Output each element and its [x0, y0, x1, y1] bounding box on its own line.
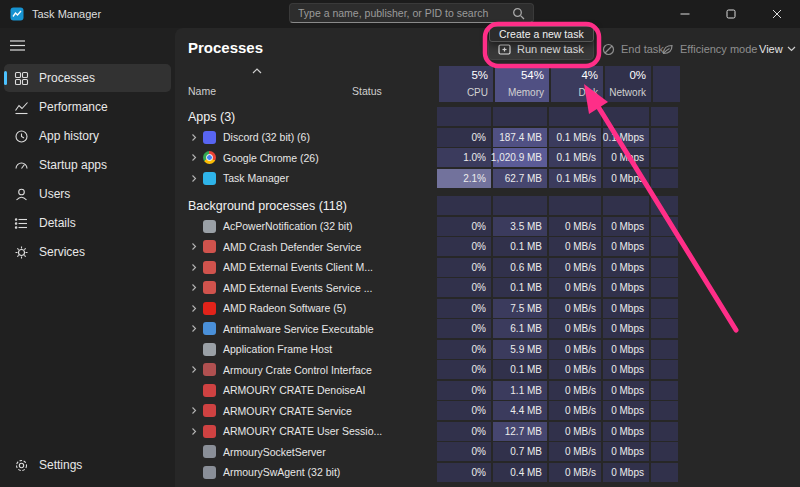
- app-icon: [203, 466, 216, 479]
- disk-cell: 0 MB/s: [549, 217, 601, 236]
- memory-cell: 1.1 MB: [493, 381, 547, 400]
- expand-chevron-icon[interactable]: [190, 365, 203, 374]
- process-row[interactable]: AMD External Events Service ...0%0.1 MB0…: [180, 278, 678, 297]
- column-header-cpu[interactable]: 5%CPU: [439, 66, 493, 102]
- app-history-icon: [14, 129, 29, 144]
- sidebar-item-processes[interactable]: Processes: [4, 64, 171, 92]
- end-task-icon: [602, 43, 615, 56]
- column-summary: 5%: [471, 69, 488, 81]
- expand-chevron-icon[interactable]: [190, 174, 203, 183]
- efficiency-mode-button[interactable]: Efficiency mode: [661, 38, 757, 60]
- window-controls: [662, 0, 800, 28]
- disk-cell: 0 MB/s: [549, 463, 601, 482]
- sidebar-item-settings[interactable]: Settings: [4, 451, 171, 479]
- expand-chevron-icon[interactable]: [190, 427, 203, 436]
- column-header-name[interactable]: Name: [188, 85, 216, 97]
- column-label: Disk: [579, 87, 598, 98]
- process-name: ARMOURY CRATE DenoiseAI: [223, 384, 365, 396]
- column-header-network[interactable]: 0%Network: [605, 66, 651, 102]
- status-cell: [352, 463, 435, 482]
- process-row[interactable]: Google Chrome (26)1.0%1,020.9 MB0.1 MB/s…: [180, 148, 678, 167]
- name-cell: Armoury Crate Control Interface: [180, 360, 352, 379]
- process-row[interactable]: Task Manager2.1%62.7 MB0.1 MB/s0 Mbps: [180, 169, 678, 188]
- close-button[interactable]: [754, 0, 800, 28]
- expand-chevron-icon[interactable]: [190, 263, 203, 272]
- name-cell: ARMOURY CRATE User Sessio...: [180, 422, 352, 441]
- end-task-label: End task: [621, 43, 664, 55]
- sidebar: ProcessesPerformanceApp historyStartup a…: [0, 28, 175, 487]
- expand-chevron-icon[interactable]: [190, 133, 203, 142]
- view-dropdown-button[interactable]: View: [759, 38, 796, 60]
- status-cell: [352, 258, 435, 277]
- maximize-button[interactable]: [708, 0, 754, 28]
- disk-cell: 0 MB/s: [549, 360, 601, 379]
- process-row[interactable]: ArmourySwAgent (32 bit)0%0.4 MB0 MB/s0 M…: [180, 463, 678, 482]
- group-header: Background processes (118): [180, 196, 678, 215]
- column-header-memory[interactable]: 54%Memory: [495, 66, 549, 102]
- process-row[interactable]: ARMOURY CRATE Service0%4.4 MB0 MB/s0 Mbp…: [180, 401, 678, 420]
- extra-cell: [651, 381, 678, 400]
- sidebar-item-app-history[interactable]: App history: [4, 122, 171, 150]
- name-cell: AcPowerNotification (32 bit): [180, 217, 352, 236]
- process-row[interactable]: AMD Radeon Software (5)0%7.5 MB0 MB/s0 M…: [180, 299, 678, 318]
- sidebar-item-details[interactable]: Details: [4, 209, 171, 237]
- extra-cell: [651, 319, 678, 338]
- app-icon: [203, 220, 216, 233]
- extra-cell: [651, 360, 678, 379]
- search-input[interactable]: [298, 7, 512, 19]
- name-cell: ArmourySocketServer: [180, 442, 352, 461]
- column-header-disk[interactable]: 4%Disk: [551, 66, 603, 102]
- process-row[interactable]: AcPowerNotification (32 bit)0%3.5 MB0 MB…: [180, 217, 678, 236]
- process-row[interactable]: AMD External Events Client M...0%0.6 MB0…: [180, 258, 678, 277]
- app-icon: [203, 172, 216, 185]
- process-row[interactable]: ARMOURY CRATE DenoiseAI0%1.1 MB0 MB/s0 M…: [180, 381, 678, 400]
- network-cell: 0 Mbps: [603, 463, 649, 482]
- memory-cell: 187.4 MB: [493, 128, 547, 147]
- process-row[interactable]: ArmourySocketServer0%0.7 MB0 MB/s0 Mbps: [180, 442, 678, 461]
- sidebar-item-users[interactable]: Users: [4, 180, 171, 208]
- disk-cell: 0 MB/s: [549, 422, 601, 441]
- expand-chevron-icon[interactable]: [190, 324, 203, 333]
- memory-cell: [493, 196, 547, 215]
- disk-cell: 0 MB/s: [549, 319, 601, 338]
- network-cell: 0 Mbps: [603, 401, 649, 420]
- sidebar-item-services[interactable]: Services: [4, 238, 171, 266]
- cpu-cell: 0%: [437, 463, 491, 482]
- process-row[interactable]: ARMOURY CRATE User Sessio...0%12.7 MB0 M…: [180, 422, 678, 441]
- sidebar-item-startup-apps[interactable]: Startup apps: [4, 151, 171, 179]
- process-row[interactable]: Antimalware Service Executable0%6.1 MB0 …: [180, 319, 678, 338]
- process-row[interactable]: Application Frame Host0%5.9 MB0 MB/s0 Mb…: [180, 340, 678, 359]
- page-title: Processes: [188, 39, 263, 56]
- process-name: AMD External Events Service ...: [223, 282, 372, 294]
- process-row[interactable]: AMD Crash Defender Service0%0.1 MB0 MB/s…: [180, 237, 678, 256]
- menu-button[interactable]: [10, 36, 36, 56]
- extra-cell: [651, 217, 678, 236]
- column-summary: 4%: [581, 69, 598, 81]
- task-manager-logo-icon: [10, 7, 24, 21]
- search-box[interactable]: [289, 3, 534, 23]
- sidebar-nav: ProcessesPerformanceApp historyStartup a…: [0, 64, 175, 266]
- name-cell: Application Frame Host: [180, 340, 352, 359]
- table-body: Apps (3)Discord (32 bit) (6)0%187.4 MB0.…: [180, 107, 678, 482]
- process-row[interactable]: Discord (32 bit) (6)0%187.4 MB0.1 MB/s0.…: [180, 128, 678, 147]
- memory-cell: 0.1 MB: [493, 237, 547, 256]
- process-row[interactable]: Armoury Crate Control Interface0%0.1 MB0…: [180, 360, 678, 379]
- disk-cell: 0 MB/s: [549, 381, 601, 400]
- expand-chevron-icon[interactable]: [190, 283, 203, 292]
- expand-chevron-icon[interactable]: [190, 153, 203, 162]
- expand-chevron-icon[interactable]: [190, 406, 203, 415]
- network-cell: 0 Mbps: [603, 169, 649, 188]
- expand-chevron-icon[interactable]: [190, 304, 203, 313]
- column-header-status[interactable]: Status: [352, 85, 382, 97]
- minimize-button[interactable]: [662, 0, 708, 28]
- sidebar-item-label: Services: [39, 245, 85, 259]
- sidebar-item-performance[interactable]: Performance: [4, 93, 171, 121]
- end-task-button[interactable]: End task: [602, 38, 664, 60]
- app-body: ProcessesPerformanceApp historyStartup a…: [0, 28, 800, 487]
- process-name: Discord (32 bit) (6): [223, 131, 310, 143]
- sidebar-item-label: Performance: [39, 100, 108, 114]
- expand-chevron-icon[interactable]: [190, 242, 203, 251]
- cpu-cell: 0%: [437, 258, 491, 277]
- app-icon: [203, 445, 216, 458]
- status-cell: [352, 422, 435, 441]
